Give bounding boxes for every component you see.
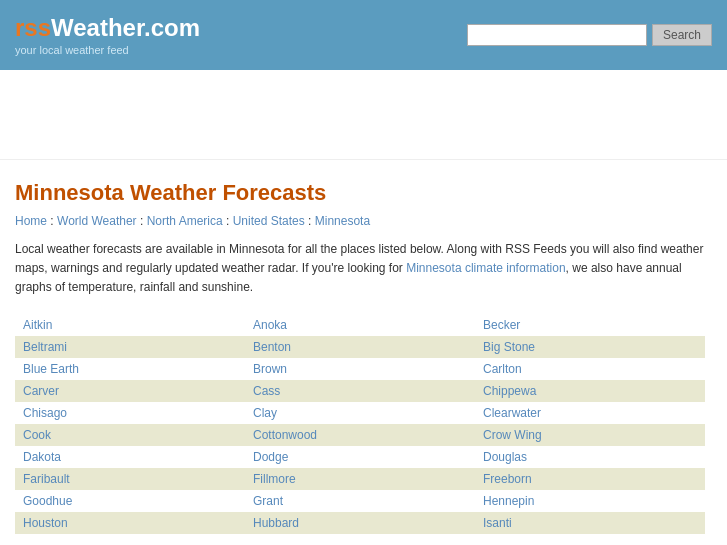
table-row: BeltramiBentonBig Stone [15, 336, 705, 358]
table-row: AitkinAnokaBecker [15, 314, 705, 336]
counties-tbody: AitkinAnokaBeckerBeltramiBentonBig Stone… [15, 314, 705, 534]
county-cell: Clearwater [475, 402, 705, 424]
table-row: Blue EarthBrownCarlton [15, 358, 705, 380]
county-link[interactable]: Dodge [253, 450, 288, 464]
county-cell: Benton [245, 336, 475, 358]
ad-area [0, 70, 727, 160]
county-link[interactable]: Brown [253, 362, 287, 376]
table-row: GoodhueGrantHennepin [15, 490, 705, 512]
county-link[interactable]: Crow Wing [483, 428, 542, 442]
breadcrumb-us[interactable]: United States [233, 214, 305, 228]
county-link[interactable]: Blue Earth [23, 362, 79, 376]
county-cell: Brown [245, 358, 475, 380]
county-cell: Crow Wing [475, 424, 705, 446]
county-link[interactable]: Aitkin [23, 318, 52, 332]
county-link[interactable]: Houston [23, 516, 68, 530]
logo-area: rssWeather.com your local weather feed [15, 14, 200, 56]
logo-weather: Weather.com [51, 14, 200, 41]
county-link[interactable]: Freeborn [483, 472, 532, 486]
county-cell: Carver [15, 380, 245, 402]
county-link[interactable]: Big Stone [483, 340, 535, 354]
county-link[interactable]: Clay [253, 406, 277, 420]
county-cell: Freeborn [475, 468, 705, 490]
county-cell: Cass [245, 380, 475, 402]
breadcrumb-world[interactable]: World Weather [57, 214, 137, 228]
table-row: DakotaDodgeDouglas [15, 446, 705, 468]
county-link[interactable]: Grant [253, 494, 283, 508]
county-cell: Isanti [475, 512, 705, 534]
breadcrumb: Home : World Weather : North America : U… [15, 214, 705, 228]
county-link[interactable]: Clearwater [483, 406, 541, 420]
county-cell: Cottonwood [245, 424, 475, 446]
climate-link[interactable]: Minnesota climate information [406, 261, 565, 275]
table-row: ChisagoClayClearwater [15, 402, 705, 424]
county-link[interactable]: Cook [23, 428, 51, 442]
county-link[interactable]: Fillmore [253, 472, 296, 486]
county-cell: Chippewa [475, 380, 705, 402]
logo: rssWeather.com [15, 14, 200, 42]
tagline: your local weather feed [15, 44, 200, 56]
county-link[interactable]: Dakota [23, 450, 61, 464]
county-link[interactable]: Becker [483, 318, 520, 332]
table-row: HoustonHubbardIsanti [15, 512, 705, 534]
county-cell: Anoka [245, 314, 475, 336]
county-cell: Dodge [245, 446, 475, 468]
county-cell: Hennepin [475, 490, 705, 512]
county-link[interactable]: Beltrami [23, 340, 67, 354]
county-cell: Faribault [15, 468, 245, 490]
county-cell: Big Stone [475, 336, 705, 358]
county-cell: Fillmore [245, 468, 475, 490]
county-cell: Carlton [475, 358, 705, 380]
county-link[interactable]: Chippewa [483, 384, 536, 398]
county-cell: Blue Earth [15, 358, 245, 380]
county-link[interactable]: Cottonwood [253, 428, 317, 442]
county-cell: Becker [475, 314, 705, 336]
county-cell: Hubbard [245, 512, 475, 534]
county-link[interactable]: Douglas [483, 450, 527, 464]
county-link[interactable]: Hubbard [253, 516, 299, 530]
search-area: Search [467, 24, 712, 46]
county-cell: Douglas [475, 446, 705, 468]
logo-rss: rss [15, 14, 51, 41]
county-link[interactable]: Faribault [23, 472, 70, 486]
header: rssWeather.com your local weather feed S… [0, 0, 727, 70]
county-cell: Grant [245, 490, 475, 512]
county-cell: Aitkin [15, 314, 245, 336]
search-button[interactable]: Search [652, 24, 712, 46]
breadcrumb-minnesota[interactable]: Minnesota [315, 214, 370, 228]
breadcrumb-northamerica[interactable]: North America [147, 214, 223, 228]
county-link[interactable]: Isanti [483, 516, 512, 530]
table-row: FaribaultFillmoreFreeborn [15, 468, 705, 490]
page-title: Minnesota Weather Forecasts [15, 180, 705, 206]
table-row: CarverCassChippewa [15, 380, 705, 402]
counties-table: AitkinAnokaBeckerBeltramiBentonBig Stone… [15, 314, 705, 534]
county-cell: Cook [15, 424, 245, 446]
county-cell: Dakota [15, 446, 245, 468]
county-cell: Clay [245, 402, 475, 424]
county-link[interactable]: Anoka [253, 318, 287, 332]
table-row: CookCottonwoodCrow Wing [15, 424, 705, 446]
county-link[interactable]: Goodhue [23, 494, 72, 508]
county-link[interactable]: Chisago [23, 406, 67, 420]
breadcrumb-home[interactable]: Home [15, 214, 47, 228]
county-link[interactable]: Cass [253, 384, 280, 398]
county-cell: Beltrami [15, 336, 245, 358]
search-input[interactable] [467, 24, 647, 46]
description: Local weather forecasts are available in… [15, 240, 705, 298]
county-cell: Goodhue [15, 490, 245, 512]
county-link[interactable]: Hennepin [483, 494, 534, 508]
county-link[interactable]: Carlton [483, 362, 522, 376]
county-cell: Chisago [15, 402, 245, 424]
county-link[interactable]: Benton [253, 340, 291, 354]
county-cell: Houston [15, 512, 245, 534]
county-link[interactable]: Carver [23, 384, 59, 398]
main-content: Minnesota Weather Forecasts Home : World… [0, 160, 720, 545]
